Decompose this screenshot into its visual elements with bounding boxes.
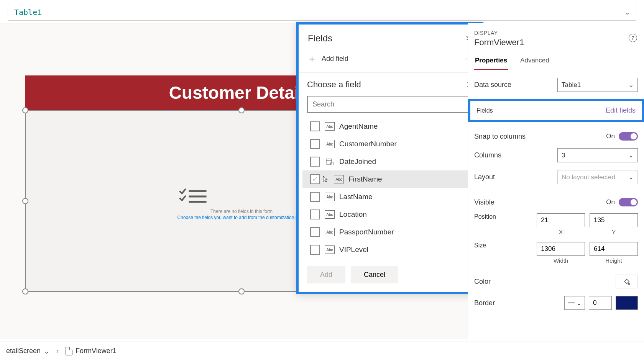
empty-form-placeholder: There are no fields in this form Choose … (177, 187, 306, 220)
properties-panel: DISPLAY FormViewer1 ? Properties Advance… (468, 23, 644, 339)
fields-property-row: Fields Edit fields (468, 99, 644, 122)
fields-panel: Fields ✕ ＋ Add field ⋯ Choose a field ✕ … (296, 22, 483, 294)
line-icon (568, 303, 575, 303)
size-height-sublabel: Height (590, 257, 638, 264)
add-button[interactable]: Add (307, 266, 345, 283)
layout-select[interactable]: No layout selected ⌄ (557, 170, 638, 184)
snap-state: On (606, 133, 615, 140)
display-label: DISPLAY (474, 30, 638, 36)
position-x-input[interactable] (537, 213, 585, 227)
field-row-firstname[interactable]: AbcFirstName (302, 170, 477, 188)
checkbox[interactable] (310, 192, 320, 202)
date-type-icon (325, 157, 335, 166)
chevron-right-icon: › (56, 347, 59, 355)
checkbox[interactable] (310, 227, 320, 237)
add-field-label: Add field (322, 55, 348, 63)
size-width-input[interactable] (537, 242, 585, 256)
resize-handle[interactable] (238, 288, 245, 295)
field-list: AbcAgentNameAbcCustomerNumberDateJoinedA… (302, 118, 477, 259)
resize-handle[interactable] (22, 107, 28, 113)
field-row-lastname[interactable]: AbcLastName (302, 188, 477, 206)
checkbox[interactable] (310, 139, 320, 149)
help-icon[interactable]: ? (629, 34, 637, 42)
field-label: LastName (339, 193, 373, 201)
visible-state: On (606, 198, 615, 206)
formula-bar[interactable]: Table1 ⌄ (8, 4, 636, 21)
fields-label: Fields (476, 107, 606, 114)
field-row-location[interactable]: AbcLocation (302, 206, 477, 223)
checkbox[interactable] (310, 157, 320, 167)
empty-text-2: Choose the fields you want to add from t… (177, 215, 306, 220)
cursor-icon (325, 175, 329, 183)
checklist-icon (177, 187, 208, 206)
field-row-viplevel[interactable]: AbcVIPLevel (302, 241, 477, 259)
field-row-datejoined[interactable]: DateJoined (302, 153, 477, 170)
position-y-sublabel: Y (590, 229, 638, 235)
breadcrumb-control-label: FormViewer1 (76, 347, 117, 355)
search-input[interactable] (307, 96, 473, 113)
snap-label: Snap to columns (474, 133, 606, 141)
control-name: FormViewer1 (474, 38, 638, 47)
plus-icon: ＋ (307, 52, 317, 65)
border-width-input[interactable] (589, 296, 612, 310)
checkbox[interactable] (310, 245, 320, 255)
svg-point-5 (330, 162, 334, 165)
tab-advanced[interactable]: Advanced (519, 54, 550, 70)
layout-label: Layout (474, 173, 557, 181)
breadcrumb-screen[interactable]: etailScreen ⌄ (3, 345, 53, 357)
columns-label: Columns (474, 151, 557, 159)
chevron-down-icon: ⌄ (628, 151, 634, 159)
position-x-sublabel: X (537, 229, 585, 235)
resize-handle[interactable] (22, 288, 28, 295)
field-row-agentname[interactable]: AbcAgentName (302, 118, 477, 135)
chevron-down-icon[interactable]: ⌄ (625, 9, 630, 16)
text-type-icon: Abc (325, 122, 335, 131)
chevron-down-icon: ⌄ (628, 81, 634, 89)
size-width-sublabel: Width (537, 257, 585, 264)
field-label: CustomerNumber (339, 140, 397, 148)
text-type-icon: Abc (325, 228, 335, 236)
chevron-down-icon: ⌄ (44, 347, 49, 355)
svg-rect-3 (326, 159, 332, 164)
resize-handle[interactable] (22, 198, 28, 204)
border-color-swatch[interactable] (616, 296, 638, 310)
border-style-select[interactable]: ⌄ (564, 296, 585, 310)
visible-toggle[interactable] (619, 198, 638, 206)
paint-bucket-icon (623, 278, 631, 285)
field-label: DateJoined (339, 157, 376, 166)
breadcrumb-screen-label: etailScreen (6, 347, 41, 355)
cancel-button[interactable]: Cancel (351, 266, 398, 283)
data-source-label: Data source (474, 81, 557, 89)
field-row-customernumber[interactable]: AbcCustomerNumber (302, 135, 477, 153)
text-type-icon: Abc (325, 210, 335, 219)
size-height-input[interactable] (590, 242, 638, 256)
color-label: Color (474, 278, 616, 286)
edit-fields-link[interactable]: Edit fields (606, 106, 636, 115)
border-label: Border (474, 299, 564, 307)
color-picker-button[interactable] (616, 275, 638, 288)
field-label: VIPLevel (339, 245, 368, 254)
form-icon (66, 347, 72, 355)
checkbox[interactable] (310, 174, 320, 184)
snap-toggle[interactable] (619, 132, 638, 141)
position-label: Position (474, 213, 532, 220)
breadcrumb-control[interactable]: FormViewer1 (62, 345, 120, 357)
chevron-down-icon: ⌄ (576, 299, 582, 307)
checkbox[interactable] (310, 121, 320, 131)
columns-select[interactable]: 3 ⌄ (557, 148, 638, 162)
formula-text: Table1 (14, 8, 42, 17)
field-label: FirstName (348, 175, 382, 183)
tab-properties[interactable]: Properties (474, 54, 508, 70)
data-source-select[interactable]: Table1 ⌄ (557, 78, 638, 92)
add-field-row[interactable]: ＋ Add field ⋯ (299, 49, 481, 73)
visible-label: Visible (474, 198, 606, 206)
layout-value: No layout selected (562, 173, 615, 181)
resize-handle[interactable] (238, 107, 245, 113)
field-row-passportnumber[interactable]: AbcPassportNumber (302, 223, 477, 241)
field-label: PassportNumber (339, 228, 394, 236)
empty-text-1: There are no fields in this form (177, 209, 306, 214)
checkbox[interactable] (310, 209, 320, 219)
position-y-input[interactable] (590, 213, 638, 227)
text-type-icon: Abc (325, 193, 335, 201)
fields-panel-title: Fields (308, 33, 465, 44)
